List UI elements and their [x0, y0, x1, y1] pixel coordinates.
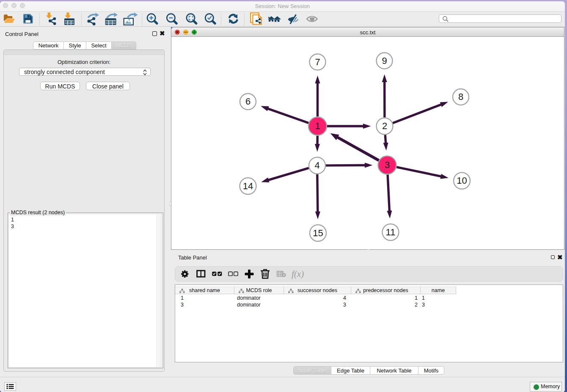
svg-text:8: 8 — [458, 91, 463, 102]
svg-text:10: 10 — [457, 175, 467, 186]
svg-text:4: 4 — [314, 160, 319, 171]
svg-text:2: 2 — [382, 121, 387, 131]
svg-text:1: 1 — [315, 121, 320, 131]
svg-text:14: 14 — [243, 181, 253, 191]
svg-text:15: 15 — [313, 228, 323, 238]
svg-text:6: 6 — [245, 96, 250, 107]
svg-text:11: 11 — [386, 227, 396, 237]
svg-text:9: 9 — [382, 55, 387, 66]
svg-text:7: 7 — [315, 57, 320, 67]
svg-text:f(x): f(x) — [292, 269, 304, 279]
svg-text:3: 3 — [385, 160, 390, 170]
